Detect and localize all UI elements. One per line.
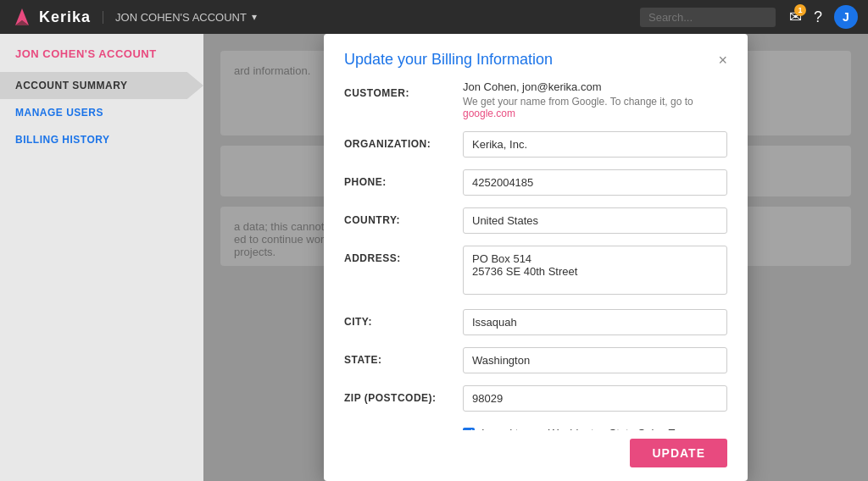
customer-note: We get your name from Google. To change … — [463, 96, 727, 119]
organization-label: ORGANIZATION: — [344, 131, 463, 150]
country-row: COUNTRY: — [344, 207, 727, 234]
state-label: STATE: — [344, 347, 463, 366]
topnav-icon-group: ✉ 1 ? J — [789, 5, 858, 29]
country-input[interactable] — [463, 207, 727, 234]
sidebar-item-billing-history[interactable]: BILLING HISTORY — [0, 126, 203, 153]
zip-input[interactable] — [463, 385, 727, 412]
sidebar: JON COHEN'S ACCOUNT ACCOUNT SUMMARY MANA… — [0, 34, 203, 481]
logo-area: Kerika — [10, 5, 91, 29]
zip-row: ZIP (POSTCODE): — [344, 385, 727, 412]
notification-badge: 1 — [794, 4, 806, 16]
organization-row: ORGANIZATION: — [344, 131, 727, 158]
user-avatar[interactable]: J — [834, 5, 858, 29]
update-button[interactable]: UPDATE — [630, 439, 727, 467]
state-field — [463, 347, 727, 373]
customer-field: Jon Cohen, jon@kerika.com We get your na… — [463, 80, 727, 119]
phone-label: PHONE: — [344, 169, 463, 188]
modal-footer: UPDATE — [324, 430, 748, 481]
tax-checkbox-row: I need to pay Washington State Sales Tax… — [344, 423, 727, 430]
city-label: CITY: — [344, 309, 463, 328]
state-row: STATE: — [344, 347, 727, 373]
search-input[interactable] — [640, 8, 776, 27]
google-link[interactable]: google.com — [463, 108, 515, 119]
modal-title: Update your Billing Information — [344, 51, 553, 69]
city-field — [463, 309, 727, 335]
modal-close-button[interactable]: × — [718, 53, 727, 68]
kerika-logo-icon — [10, 5, 34, 29]
account-chevron-icon[interactable]: ▾ — [252, 11, 257, 23]
notifications-button[interactable]: ✉ 1 — [789, 8, 802, 26]
modal-overlay: Update your Billing Information × CUSTOM… — [203, 34, 868, 481]
zip-label: ZIP (POSTCODE): — [344, 385, 463, 404]
sidebar-item-manage-users[interactable]: MANAGE USERS — [0, 99, 203, 126]
logo-text: Kerika — [39, 8, 91, 26]
phone-row: PHONE: — [344, 169, 727, 196]
country-field — [463, 207, 727, 234]
sidebar-account-title: JON COHEN'S ACCOUNT — [0, 47, 203, 72]
top-navigation: Kerika JON COHEN'S ACCOUNT ▾ ✉ 1 ? J — [0, 0, 868, 34]
organization-input[interactable] — [463, 131, 727, 158]
address-input[interactable] — [463, 246, 727, 295]
customer-name: Jon Cohen, jon@kerika.com — [463, 80, 727, 93]
phone-input[interactable] — [463, 169, 727, 196]
zip-field — [463, 385, 727, 412]
organization-field — [463, 131, 727, 158]
main-layout: JON COHEN'S ACCOUNT ACCOUNT SUMMARY MANA… — [0, 34, 868, 481]
modal-body: CUSTOMER: Jon Cohen, jon@kerika.com We g… — [324, 80, 748, 430]
country-label: COUNTRY: — [344, 207, 463, 226]
address-field — [463, 246, 727, 297]
customer-label: CUSTOMER: — [344, 80, 463, 99]
modal-header: Update your Billing Information × — [324, 34, 748, 80]
billing-info-modal: Update your Billing Information × CUSTOM… — [324, 34, 748, 481]
city-row: CITY: — [344, 309, 727, 335]
customer-row: CUSTOMER: Jon Cohen, jon@kerika.com We g… — [344, 80, 727, 119]
city-input[interactable] — [463, 309, 727, 335]
state-input[interactable] — [463, 347, 727, 373]
sidebar-item-account-summary[interactable]: ACCOUNT SUMMARY — [0, 72, 203, 99]
account-label: JON COHEN'S ACCOUNT — [103, 11, 247, 24]
help-button[interactable]: ? — [814, 8, 822, 26]
phone-field — [463, 169, 727, 196]
address-label: ADDRESS: — [344, 246, 463, 264]
address-row: ADDRESS: — [344, 246, 727, 297]
content-area: ard information. a data; this cannot be … — [203, 34, 868, 481]
